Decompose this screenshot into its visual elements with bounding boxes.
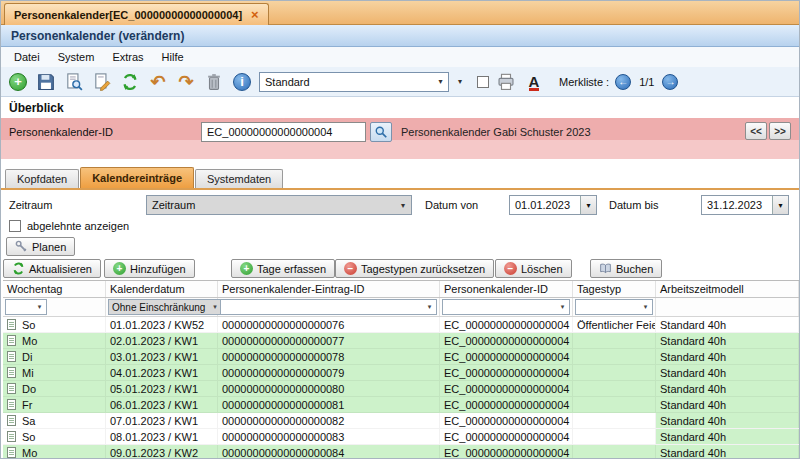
cell-tagestyp [573, 413, 656, 428]
document-tab[interactable]: Personenkalender[EC_00000000000000004] × [4, 3, 269, 25]
app-window: Personenkalender[EC_00000000000000004] ×… [0, 0, 800, 459]
chevron-down-icon[interactable]: ▾ [580, 196, 596, 214]
profile-dropdown-arrow-icon[interactable]: ▾ [455, 77, 465, 86]
menu-extras[interactable]: Extras [103, 49, 152, 65]
table-row[interactable]: Mi 04.01.2023 / KW1 00000000000000000079… [3, 365, 799, 381]
cell-tagestyp [573, 349, 656, 364]
column-header-kalenderdatum[interactable]: Kalenderdatum [106, 281, 218, 297]
filter-personenkalender-id-combobox[interactable]: ▾ [442, 299, 570, 315]
abgelehnte-label: abgelehnte anzeigen [27, 220, 129, 232]
menu-datei[interactable]: Datei [5, 49, 49, 65]
overview-stripe-2 [1, 140, 799, 159]
table-row[interactable]: Do 05.01.2023 / KW1 00000000000000000080… [3, 381, 799, 397]
table-row[interactable]: Di 03.01.2023 / KW1 00000000000000000078… [3, 349, 799, 365]
plus-icon: + [113, 262, 126, 275]
info-button[interactable]: i [231, 71, 253, 93]
tab-kalendereintraege[interactable]: Kalendereinträge [80, 167, 194, 188]
table-row[interactable]: Sa 07.01.2023 / KW1 00000000000000000082… [3, 413, 799, 429]
chevron-down-icon[interactable]: ▾ [433, 77, 448, 86]
zeitraum-value: Zeitraum [147, 199, 395, 211]
font-button[interactable]: A [523, 71, 545, 93]
datum-bis-field[interactable]: 31.12.2023 ▾ [701, 195, 789, 215]
floppy-icon [37, 73, 55, 91]
calendar-entries-table: Wochentag Kalenderdatum Personenkalender… [3, 280, 799, 459]
tage-erfassen-button[interactable]: + Tage erfassen [231, 259, 335, 278]
calendar-entry-icon [7, 319, 16, 330]
cell-tagestyp [573, 397, 656, 412]
column-header-eintrag-id[interactable]: Personenkalender-Eintrag-ID [218, 281, 440, 297]
tab-kopfdaten[interactable]: Kopfdaten [5, 169, 79, 188]
calendar-entry-icon [7, 415, 16, 426]
filter-wochentag-combobox[interactable]: ▾ [5, 299, 47, 315]
cell-eintrag-id: 00000000000000000076 [218, 317, 440, 332]
merkliste-next-button[interactable]: → [662, 74, 678, 90]
document-tab-label: Personenkalender[EC_00000000000000004] [14, 9, 242, 21]
cell-wochentag: Di [3, 349, 106, 364]
cell-eintrag-id: 00000000000000000082 [218, 413, 440, 428]
table-header: Wochentag Kalenderdatum Personenkalender… [3, 280, 799, 298]
plus-icon: + [9, 73, 27, 91]
record-prev-button[interactable]: << [745, 122, 767, 140]
undo-button[interactable]: ↶ [147, 71, 169, 93]
trash-icon [205, 73, 223, 91]
cell-arbeitszeitmodell: Standard 40h [656, 413, 799, 428]
chevron-down-icon: ▾ [33, 303, 46, 311]
hinzufuegen-button[interactable]: + Hinzufügen [104, 259, 195, 278]
table-row[interactable]: Mo 02.01.2023 / KW1 00000000000000000077… [3, 333, 799, 349]
tab-systemdaten[interactable]: Systemdaten [195, 169, 283, 188]
table-row[interactable]: So 08.01.2023 / KW1 00000000000000000083… [3, 429, 799, 445]
filter-kalenderdatum-combobox[interactable]: Ohne Einschränkung ▾ [108, 299, 222, 315]
refresh-button[interactable] [119, 71, 141, 93]
chevron-down-icon: ▾ [556, 303, 569, 311]
table-row[interactable]: Fr 06.01.2023 / KW1 00000000000000000081… [3, 397, 799, 413]
abgelehnte-checkbox[interactable] [9, 220, 21, 232]
arrow-right-icon: → [665, 77, 675, 87]
minus-icon: − [504, 262, 517, 275]
menu-hilfe[interactable]: Hilfe [153, 49, 193, 65]
column-header-arbeitszeitmodell[interactable]: Arbeitszeitmodell [656, 281, 799, 297]
datum-von-field[interactable]: 01.01.2023 ▾ [509, 195, 597, 215]
chevron-down-icon[interactable]: ▾ [395, 201, 411, 210]
cell-personenkalender-id: EC_00000000000000004 [440, 413, 573, 428]
cell-arbeitszeitmodell: Standard 40h [656, 397, 799, 412]
profile-combobox[interactable]: Standard ▾ [259, 72, 449, 92]
filter-tagestyp-combobox[interactable]: ▾ [575, 299, 653, 315]
minus-icon: − [344, 262, 357, 275]
personenkalender-id-value: EC_00000000000000004 [207, 126, 332, 138]
aktualisieren-button[interactable]: Aktualisieren [3, 259, 101, 278]
record-next-button[interactable]: >> [769, 122, 791, 140]
datum-bis-label: Datum bis [609, 199, 659, 211]
redo-button[interactable]: ↷ [175, 71, 197, 93]
personenkalender-id-field[interactable]: EC_00000000000000004 [201, 122, 366, 142]
close-icon[interactable]: × [251, 8, 259, 21]
filter-eintrag-id-combobox[interactable]: ▾ [220, 299, 437, 315]
calendar-entry-icon [7, 431, 16, 442]
print-button[interactable] [495, 71, 517, 93]
search-button[interactable] [370, 122, 392, 142]
column-header-personenkalender-id[interactable]: Personenkalender-ID [440, 281, 573, 297]
cell-arbeitszeitmodell: Standard 40h [656, 365, 799, 380]
save-button[interactable] [35, 71, 57, 93]
planen-button[interactable]: Planen [6, 237, 75, 256]
cell-arbeitszeitmodell: Standard 40h [656, 333, 799, 348]
column-header-tagestyp[interactable]: Tagestyp [573, 281, 656, 297]
delete-button[interactable] [203, 71, 225, 93]
loeschen-button[interactable]: − Löschen [495, 259, 572, 278]
calendar-entry-icon [7, 399, 16, 410]
cell-kalenderdatum: 02.01.2023 / KW1 [106, 333, 218, 348]
preview-button[interactable] [63, 71, 85, 93]
table-row[interactable]: So 01.01.2023 / KW52 0000000000000000007… [3, 317, 799, 333]
menu-system[interactable]: System [49, 49, 104, 65]
cell-personenkalender-id: EC_00000000000000004 [440, 445, 573, 459]
cell-personenkalender-id: EC_00000000000000004 [440, 333, 573, 348]
buchen-button[interactable]: Buchen [590, 259, 662, 278]
table-row[interactable]: Mo 09.01.2023 / KW2 00000000000000000084… [3, 445, 799, 459]
column-header-wochentag[interactable]: Wochentag [3, 281, 106, 297]
chevron-down-icon[interactable]: ▾ [772, 196, 788, 214]
edit-button[interactable] [91, 71, 113, 93]
toolbar-checkbox[interactable] [477, 76, 489, 88]
zeitraum-combobox[interactable]: Zeitraum ▾ [146, 195, 412, 215]
tagestypen-zuruecksetzen-button[interactable]: − Tagestypen zurücksetzen [335, 259, 494, 278]
new-button[interactable]: + [7, 71, 29, 93]
merkliste-prev-button[interactable]: ← [615, 74, 631, 90]
